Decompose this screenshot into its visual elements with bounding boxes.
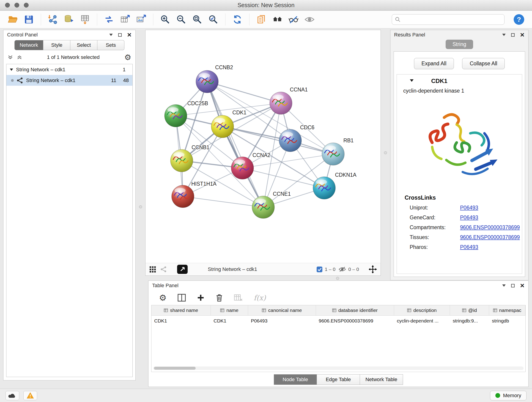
network-node-cdc25b[interactable] [165,104,187,127]
table-cell[interactable]: cyclin-dependent ... [394,316,450,326]
delete-column-icon[interactable] [215,294,223,302]
table-settings-gear-icon[interactable]: ⚙ [159,294,167,302]
panel-close-icon[interactable]: ✕ [520,283,525,288]
tab-string[interactable]: String [446,40,473,49]
splitter-handle[interactable] [336,277,339,280]
import-table-icon[interactable] [79,13,91,26]
export-table-icon[interactable] [119,13,132,26]
column-header-database-identifier[interactable]: database identifier [316,305,394,315]
tab-node-table[interactable]: Node Table [274,374,317,385]
network-row-selected[interactable]: String Network – cdk1 11 48 [6,75,133,86]
refresh-icon[interactable] [231,13,244,26]
close-window-button[interactable] [5,3,10,7]
home-view-icon[interactable] [271,13,284,26]
network-node-cdkn1a[interactable] [313,177,336,199]
zoom-in-icon[interactable] [159,13,172,26]
panel-float-icon[interactable] [511,33,515,37]
tab-network-table[interactable]: Network Table [360,374,403,385]
panel-collapse-icon[interactable] [502,33,506,36]
table-cell[interactable]: stringdb:9... [450,316,489,326]
help-icon[interactable]: ? [514,14,524,25]
network-node-cdc6[interactable] [279,129,302,152]
network-node-rb1[interactable] [322,143,344,165]
table-row[interactable]: CDK1CDK1P064939606.ENSP00000378699cyclin… [152,316,525,326]
panel-close-icon[interactable]: ✕ [127,32,132,38]
splitter-handle[interactable] [384,151,387,154]
crosslink-link[interactable]: P06493 [460,215,478,221]
collapse-all-icon[interactable] [17,55,22,60]
horizontal-scrollbar[interactable] [153,366,524,370]
column-header-description[interactable]: description [394,305,450,315]
selected-checkbox-icon[interactable] [317,266,323,273]
tree-expander-icon[interactable] [10,68,13,71]
zoom-fit-icon[interactable] [191,13,204,26]
tab-sets[interactable]: Sets [97,40,124,50]
network-node-hist1h1a[interactable] [172,185,194,208]
memory-button[interactable]: Memory [490,391,526,400]
network-node-ccne1[interactable] [252,196,274,218]
scrollbar-thumb[interactable] [154,367,196,370]
network-edge[interactable] [207,82,281,103]
hidden-eye-icon[interactable] [339,266,346,272]
duplicate-document-icon[interactable] [255,13,268,26]
table-cell[interactable]: P06493 [248,316,316,326]
export-image-icon[interactable] [135,13,147,26]
grid-icon[interactable] [149,266,156,273]
open-session-icon[interactable] [6,13,19,26]
panel-collapse-icon[interactable] [109,33,113,36]
show-columns-icon[interactable] [177,294,186,302]
column-header-shared-name[interactable]: shared name [152,305,211,315]
network-edge[interactable] [207,82,263,207]
network-collection-row[interactable]: String Network – cdk1 1 [6,64,133,75]
save-session-icon[interactable] [22,13,35,26]
network-edge[interactable] [222,127,333,154]
zoom-window-button[interactable] [24,3,29,7]
new-network-from-selection-icon[interactable] [103,13,115,26]
network-edge[interactable] [183,196,263,207]
zoom-selected-icon[interactable] [207,13,220,26]
panel-collapse-icon[interactable] [502,284,506,287]
hide-glasses-icon[interactable] [287,13,300,26]
show-eye-icon[interactable] [303,13,316,26]
network-node-cdk1[interactable] [211,115,234,138]
annotation-export-icon[interactable] [177,265,188,274]
panel-float-icon[interactable] [511,284,515,288]
network-graph[interactable]: CCNB2CCNA1CDC25BCDK1CDC6RB1CCNB1CCNA2CDK… [146,30,380,263]
column-header-name[interactable]: name [211,305,248,315]
pan-crosshair-icon[interactable] [369,265,377,274]
panel-close-icon[interactable]: ✕ [520,32,525,38]
import-network-database-icon[interactable] [63,13,75,26]
gene-section-header[interactable]: CDK1 [397,75,522,87]
expand-all-button[interactable]: Expand All [414,58,454,69]
splitter-handle[interactable] [139,205,142,208]
column-header-canonical-name[interactable]: canonical name [248,305,316,315]
network-node-ccna1[interactable] [270,92,292,114]
tab-style[interactable]: Style [43,40,70,50]
table-cell[interactable]: stringdb [489,316,525,326]
expand-all-icon[interactable] [7,55,13,60]
import-network-file-icon[interactable] [46,13,59,26]
network-node-ccnb1[interactable] [171,149,193,172]
collapse-all-button[interactable]: Collapse All [462,58,505,69]
tab-network[interactable]: Network [14,40,44,50]
table-cell[interactable]: CDK1 [152,316,211,326]
column-header-namespac[interactable]: namespac [489,305,525,315]
create-column-icon[interactable] [197,294,205,302]
network-overview-icon[interactable] [160,266,167,273]
tab-edge-table[interactable]: Edge Table [317,374,360,385]
cloud-status-button[interactable] [6,391,19,400]
table-cell[interactable]: CDK1 [211,316,248,326]
panel-float-icon[interactable] [118,33,122,37]
column-header--id[interactable]: @id [450,305,489,315]
crosslink-link[interactable]: 9606.ENSP00000378699 [460,224,520,230]
tab-select[interactable]: Select [70,40,97,50]
crosslink-link[interactable]: P06493 [460,244,478,250]
crosslink-link[interactable]: 9606.ENSP00000378699 [460,234,520,240]
crosslink-link[interactable]: P06493 [460,205,478,211]
section-expander-icon[interactable] [410,79,414,82]
minimize-window-button[interactable] [14,3,19,7]
network-canvas[interactable]: CCNB2CCNA1CDC25BCDK1CDC6RB1CCNB1CCNA2CDK… [146,30,380,263]
network-node-ccna2[interactable] [231,157,254,179]
network-node-ccnb2[interactable] [196,70,218,93]
table-cell[interactable]: 9606.ENSP00000378699 [316,316,394,326]
